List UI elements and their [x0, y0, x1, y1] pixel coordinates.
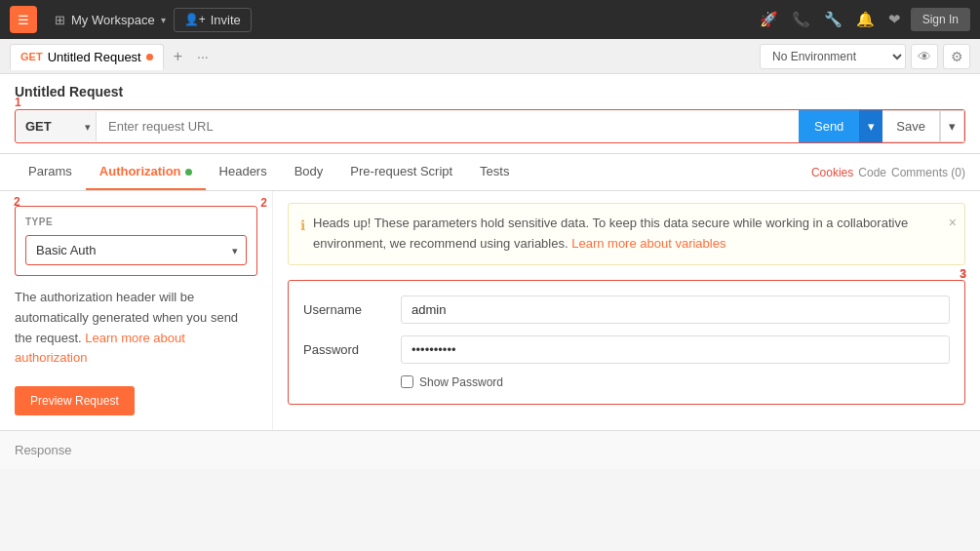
auth-left-panel: 2 TYPE Basic Auth No Auth Bearer Token O… [0, 191, 273, 430]
heart-icon[interactable]: ❤ [888, 11, 901, 28]
tab-authorization[interactable]: Authorization [86, 154, 206, 190]
password-input[interactable] [401, 335, 950, 364]
save-dropdown-button[interactable]: ▾ [940, 110, 964, 142]
show-password-checkbox[interactable] [401, 375, 413, 388]
rocket-icon[interactable]: 🚀 [760, 11, 778, 28]
signin-button[interactable]: Sign In [911, 8, 970, 31]
tab-modified-dot [146, 54, 153, 60]
send-button[interactable]: Send [799, 110, 859, 142]
subtabs-right-links: Cookies Code Comments (0) [811, 166, 965, 179]
username-label: Username [303, 302, 401, 317]
bell-icon[interactable]: 🔔 [856, 11, 875, 28]
learn-more-variables-link[interactable]: Learn more about variables [571, 236, 725, 251]
tab-params[interactable]: Params [15, 154, 86, 190]
request-tabs-bar: GET Untitled Request + ··· No Environmen… [0, 39, 980, 74]
password-row: Password [303, 335, 950, 364]
step-3-badge: 3 [960, 267, 966, 281]
response-area: Response [0, 430, 980, 469]
invite-button[interactable]: 👤+ Invite [174, 8, 252, 32]
send-dropdown-button[interactable]: ▾ [859, 110, 882, 142]
show-password-row: Show Password [303, 375, 950, 389]
tab-headers[interactable]: Headers [206, 154, 281, 190]
phone-icon[interactable]: 📞 [792, 11, 810, 28]
type-label: TYPE [25, 216, 247, 227]
subtabs-bar: Params Authorization Headers Body Pre-re… [0, 154, 980, 191]
top-navbar: ☰ ⊞ My Workspace ▾ 👤+ Invite 🚀 📞 🔧 🔔 ❤ S… [0, 0, 980, 39]
tab-body[interactable]: Body [281, 154, 337, 190]
tab-tests[interactable]: Tests [466, 154, 523, 190]
logo-icon[interactable]: ☰ [10, 6, 37, 33]
alert-close-button[interactable]: × [949, 212, 957, 233]
workspace-label: My Workspace [71, 13, 155, 27]
save-button[interactable]: Save [882, 110, 940, 142]
request-title-area: Untitled Request 1 GET POST PUT DELETE P… [0, 74, 980, 154]
workspace-selector[interactable]: ⊞ My Workspace ▾ [55, 13, 166, 27]
response-label: Response [15, 443, 72, 457]
tab-label: Untitled Request [48, 50, 141, 64]
username-row: Username [303, 295, 950, 324]
method-wrapper: GET POST PUT DELETE PATCH [16, 111, 97, 141]
type-select-wrapper: Basic Auth No Auth Bearer Token OAuth 2.… [25, 235, 247, 265]
info-icon: ℹ [300, 215, 305, 236]
auth-type-select[interactable]: Basic Auth No Auth Bearer Token OAuth 2.… [26, 236, 246, 264]
preview-request-button[interactable]: Preview Request [15, 386, 135, 415]
username-input[interactable] [401, 295, 950, 324]
request-tab[interactable]: GET Untitled Request [10, 44, 164, 70]
step-2-badge: 2 [14, 195, 20, 209]
url-input[interactable] [97, 111, 799, 141]
environment-area: No Environment 👁 ⚙ [760, 44, 970, 69]
environment-eye-button[interactable]: 👁 [911, 44, 938, 69]
tab-pre-request[interactable]: Pre-request Script [336, 154, 466, 190]
send-save-group: Send ▾ Save ▾ [799, 110, 964, 142]
content-area: 2 TYPE Basic Auth No Auth Bearer Token O… [0, 191, 980, 430]
tab-method-badge: GET [20, 51, 43, 62]
authorization-dot [185, 169, 192, 176]
password-label: Password [303, 342, 401, 357]
comments-link[interactable]: Comments (0) [891, 166, 965, 179]
auth-description: The authorization header will be automat… [15, 288, 257, 369]
workspace-arrow-icon: ▾ [161, 15, 166, 25]
alert-box: ℹ Heads up! These parameters hold sensit… [288, 203, 965, 265]
method-select[interactable]: GET POST PUT DELETE PATCH [16, 111, 97, 141]
alert-text: Heads up! These parameters hold sensitiv… [313, 214, 953, 255]
environment-gear-button[interactable]: ⚙ [943, 44, 970, 69]
step-1-badge: 1 [15, 96, 21, 109]
request-title: Untitled Request [15, 84, 965, 99]
show-password-label: Show Password [419, 375, 503, 389]
user-plus-icon: 👤+ [184, 13, 206, 26]
code-link[interactable]: Code [858, 166, 886, 179]
wrench-icon[interactable]: 🔧 [824, 11, 843, 28]
environment-select[interactable]: No Environment [760, 44, 906, 69]
auth-right-panel: ℹ Heads up! These parameters hold sensit… [273, 191, 980, 430]
auth-form: 3 Username Password Show Password [288, 280, 965, 405]
nav-icons: 🚀 📞 🔧 🔔 ❤ [760, 11, 901, 28]
url-bar: GET POST PUT DELETE PATCH Send ▾ Save ▾ [15, 109, 965, 143]
cookies-link[interactable]: Cookies [811, 166, 853, 179]
grid-icon: ⊞ [55, 13, 65, 27]
more-tabs-button[interactable]: ··· [192, 49, 214, 64]
add-tab-button[interactable]: + [169, 48, 187, 65]
